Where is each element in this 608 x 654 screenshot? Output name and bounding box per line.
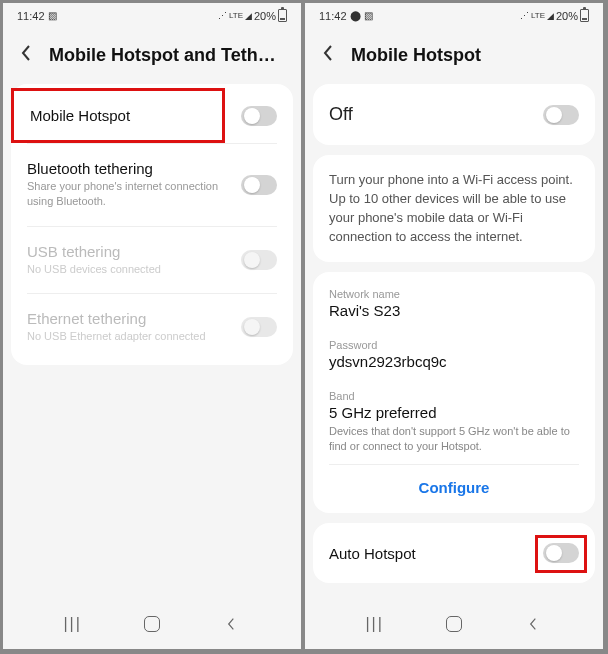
- auto-hotspot-toggle[interactable]: [543, 543, 579, 563]
- recents-icon: |||: [63, 615, 81, 633]
- home-button[interactable]: [443, 613, 465, 635]
- config-card: Network name Ravi's S23 Password ydsvn29…: [313, 272, 595, 513]
- nav-bar: |||: [3, 603, 301, 649]
- ethernet-tethering-label: Ethernet tethering: [27, 310, 241, 327]
- recents-button[interactable]: |||: [364, 613, 386, 635]
- battery-icon: [580, 9, 589, 22]
- status-card: Off: [313, 84, 595, 145]
- header: Mobile Hotspot: [305, 26, 603, 84]
- usb-tethering-row: USB tethering No USB devices connected: [11, 227, 293, 293]
- bluetooth-tethering-sub: Share your phone's internet connection u…: [27, 179, 241, 210]
- status-bar: 11:42 ⬤ ▧ ⋰ LTE ◢ 20%: [305, 3, 603, 26]
- usb-tethering-label: USB tethering: [27, 243, 241, 260]
- password-row[interactable]: Password ydsvn2923rbcq9c: [313, 329, 595, 380]
- band-label: Band: [329, 390, 579, 402]
- ethernet-tethering-toggle: [241, 317, 277, 337]
- picture-icon: ▧: [364, 10, 373, 21]
- hotspot-status-row[interactable]: Off: [313, 88, 595, 141]
- settings-card: Mobile Hotspot Bluetooth tethering Share…: [11, 84, 293, 365]
- home-icon: [446, 616, 462, 632]
- nav-bar: |||: [305, 603, 603, 649]
- battery-pct: 20%: [556, 10, 578, 22]
- status-time: 11:42: [319, 10, 347, 22]
- mobile-hotspot-label: Mobile Hotspot: [30, 107, 222, 124]
- back-nav-button[interactable]: [220, 613, 242, 635]
- status-time: 11:42: [17, 10, 45, 22]
- phone-left: 11:42 ▧ ⋰ LTE ◢ 20% Mobile Hotspot and T…: [2, 2, 302, 650]
- ethernet-tethering-sub: No USB Ethernet adapter connected: [27, 329, 241, 344]
- location-icon: ⬤: [350, 10, 361, 21]
- battery-icon: [278, 9, 287, 22]
- recents-icon: |||: [365, 615, 383, 633]
- bluetooth-tethering-toggle[interactable]: [241, 175, 277, 195]
- configure-label: Configure: [419, 479, 490, 496]
- status-bar: 11:42 ▧ ⋰ LTE ◢ 20%: [3, 3, 301, 26]
- battery-pct: 20%: [254, 10, 276, 22]
- back-button[interactable]: [323, 44, 333, 66]
- ethernet-tethering-row: Ethernet tethering No USB Ethernet adapt…: [11, 294, 293, 360]
- recents-button[interactable]: |||: [62, 613, 84, 635]
- page-title: Mobile Hotspot and Tetheri…: [49, 45, 285, 66]
- cell-signal-icon: ◢: [245, 11, 252, 21]
- auto-hotspot-row[interactable]: Auto Hotspot: [313, 527, 595, 579]
- wifi-icon: ⋰: [520, 11, 529, 21]
- bluetooth-tethering-label: Bluetooth tethering: [27, 160, 241, 177]
- bluetooth-tethering-row[interactable]: Bluetooth tethering Share your phone's i…: [11, 144, 293, 226]
- home-button[interactable]: [141, 613, 163, 635]
- header: Mobile Hotspot and Tetheri…: [3, 26, 301, 84]
- mobile-hotspot-row[interactable]: Mobile Hotspot: [11, 88, 293, 143]
- configure-button[interactable]: Configure: [313, 465, 595, 509]
- hotspot-status-toggle[interactable]: [543, 105, 579, 125]
- signal-icon: LTE: [531, 11, 545, 20]
- back-nav-icon: [224, 617, 238, 631]
- band-row[interactable]: Band 5 GHz preferred Devices that don't …: [313, 380, 595, 464]
- password-value: ydsvn2923rbcq9c: [329, 353, 579, 370]
- back-button[interactable]: [21, 44, 31, 66]
- back-nav-icon: [526, 617, 540, 631]
- picture-icon: ▧: [48, 10, 57, 21]
- auto-hotspot-label: Auto Hotspot: [329, 545, 543, 562]
- network-name-label: Network name: [329, 288, 579, 300]
- band-value: 5 GHz preferred: [329, 404, 579, 421]
- usb-tethering-toggle: [241, 250, 277, 270]
- network-name-value: Ravi's S23: [329, 302, 579, 319]
- signal-icon: LTE: [229, 11, 243, 20]
- band-sub: Devices that don't support 5 GHz won't b…: [329, 424, 579, 454]
- usb-tethering-sub: No USB devices connected: [27, 262, 241, 277]
- wifi-icon: ⋰: [218, 11, 227, 21]
- back-nav-button[interactable]: [522, 613, 544, 635]
- auto-hotspot-card: Auto Hotspot: [313, 523, 595, 583]
- chevron-left-icon: [21, 44, 31, 62]
- page-title: Mobile Hotspot: [351, 45, 587, 66]
- network-name-row[interactable]: Network name Ravi's S23: [313, 278, 595, 329]
- chevron-left-icon: [323, 44, 333, 62]
- home-icon: [144, 616, 160, 632]
- mobile-hotspot-toggle[interactable]: [241, 106, 277, 126]
- description-card: Turn your phone into a Wi-Fi access poin…: [313, 155, 595, 262]
- password-label: Password: [329, 339, 579, 351]
- description-text: Turn your phone into a Wi-Fi access poin…: [329, 171, 579, 246]
- phone-right: 11:42 ⬤ ▧ ⋰ LTE ◢ 20% Mobile Hotspot: [304, 2, 604, 650]
- hotspot-status: Off: [329, 104, 543, 125]
- cell-signal-icon: ◢: [547, 11, 554, 21]
